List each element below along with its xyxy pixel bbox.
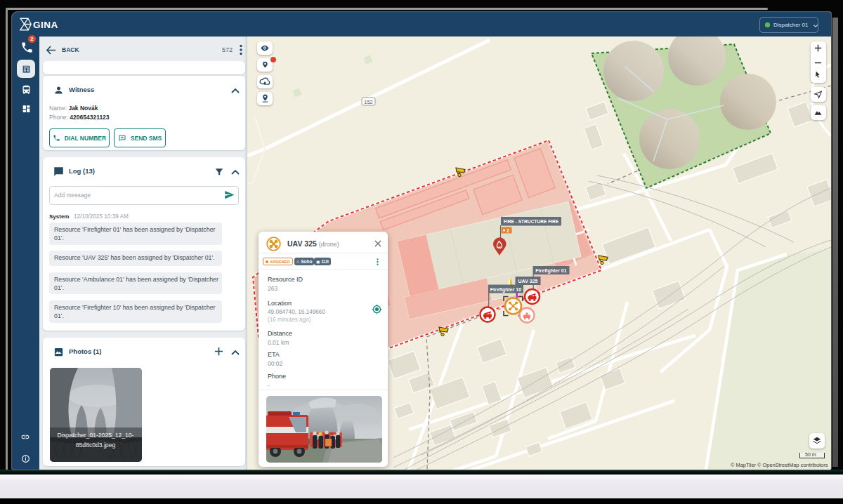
svg-text:Firefighter 01: Firefighter 01 [535, 268, 566, 274]
svg-text:2: 2 [507, 228, 509, 233]
svg-text:FIRE - STRUCTURE FIRE: FIRE - STRUCTURE FIRE [504, 219, 559, 224]
svg-text:85d8c0d3.jpeg: 85d8c0d3.jpeg [76, 442, 116, 449]
svg-text:UAV 325: UAV 325 [518, 279, 538, 284]
svg-text:Firefighter 10: Firefighter 10 [490, 287, 521, 293]
svg-text:Dispatcher_01-2025_12_10-: Dispatcher_01-2025_12_10- [58, 432, 134, 439]
